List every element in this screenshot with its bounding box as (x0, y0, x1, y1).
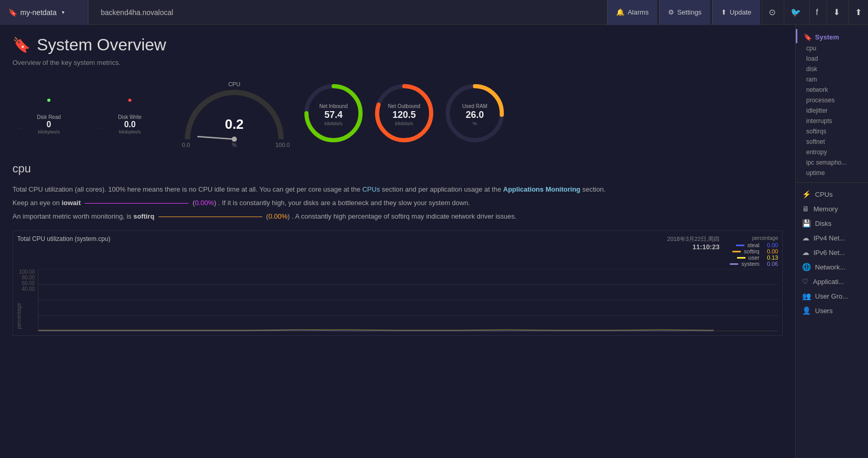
sidebar-items: cpuloaddiskramnetworkprocessesidlejitter… (796, 43, 868, 178)
chart-legend: percentage steal 0.00 softirq 0.00 user … (730, 235, 778, 267)
svg-text:0: 0 (47, 120, 51, 129)
group-label: Memory (813, 205, 838, 213)
svg-text:kilobytes/s: kilobytes/s (119, 129, 141, 134)
group-icon: ☁ (802, 248, 809, 257)
sidebar-group-ipv4-net---[interactable]: ☁ IPv4 Net... (796, 231, 868, 245)
bookmark-sidebar-icon: 🔖 (804, 33, 812, 41)
sidebar-item-idlejitter[interactable]: idlejitter (796, 105, 868, 116)
download-button[interactable]: ⬇ (826, 0, 846, 25)
settings-button[interactable]: ⚙ Settings (659, 0, 710, 25)
navbar-actions: 🔔 Alarms ⚙ Settings ⬆ Update ⊙ 🐦 f ⬇ ⬆ (607, 0, 868, 25)
sidebar-group-network---[interactable]: 🌐 Network... (796, 260, 868, 274)
svg-text:0.0: 0.0 (182, 142, 190, 148)
svg-text:0.2: 0.2 (225, 116, 244, 132)
chart-timestamp: 2018年3月22日,周四 11:10:23 (667, 235, 719, 251)
layout: 🔖 System Overview Overview of the key sy… (0, 25, 868, 346)
sidebar-item-entropy[interactable]: entropy (796, 147, 868, 157)
sidebar-item-network[interactable]: network (796, 85, 868, 95)
sidebar-item-cpu[interactable]: cpu (796, 43, 868, 53)
legend-color-swatch (730, 263, 738, 265)
sidebar-item-softnet[interactable]: softnet (796, 137, 868, 147)
upload-icon: ⬆ (855, 7, 862, 17)
brand-dropdown[interactable]: 🔖 my-netdata ▾ (0, 0, 88, 25)
sidebar-group-ipv6-net---[interactable]: ☁ IPv6 Net... (796, 245, 868, 260)
upload-button[interactable]: ⬆ (848, 0, 868, 25)
legend-name: softirq (744, 248, 759, 254)
group-icon: 💾 (802, 219, 811, 227)
svg-text:kilobytes/s: kilobytes/s (38, 129, 60, 134)
sidebar-system-header[interactable]: 🔖 System (796, 29, 868, 43)
legend-value: 0.00 (763, 248, 778, 254)
group-label: CPUs (815, 191, 833, 198)
sidebar-group-users[interactable]: 👤 Users (796, 303, 868, 318)
group-icon: ♡ (802, 277, 809, 286)
sidebar-item-ipc-semapho---[interactable]: ipc semapho... (796, 157, 868, 168)
net-inbound-gauge[interactable]: Net Inbound 57.4 kilobits/s (302, 79, 365, 147)
sidebar-item-ram[interactable]: ram (796, 74, 868, 85)
legend-color-swatch (732, 251, 741, 252)
cpu-section: cpu Total CPU utilization (all cores). 1… (12, 162, 783, 336)
iowait-keyword: iowait (62, 199, 81, 207)
used-ram-gauge[interactable]: Used RAM 26.0 % (444, 79, 506, 147)
cpus-link[interactable]: CPUs (362, 185, 380, 193)
net-outbound-gauge[interactable]: Net Outbound 120.5 kilobits/s (373, 79, 435, 147)
sidebar-item-softirqs[interactable]: softirqs (796, 126, 868, 137)
svg-text:Disk Write: Disk Write (118, 114, 142, 120)
svg-text:%: % (473, 121, 477, 126)
alarms-button[interactable]: 🔔 Alarms (607, 0, 657, 25)
update-button[interactable]: ⬆ Update (712, 0, 760, 25)
svg-text:Net Inbound: Net Inbound (319, 103, 348, 109)
legend-value: 0.00 (763, 242, 778, 248)
main-content: 🔖 System Overview Overview of the key sy… (0, 25, 795, 346)
sidebar-item-uptime[interactable]: uptime (796, 168, 868, 178)
sidebar-item-processes[interactable]: processes (796, 95, 868, 105)
group-label: User Gro... (815, 292, 848, 300)
dropdown-arrow: ▾ (62, 9, 64, 15)
group-icon: 🖥 (802, 205, 809, 213)
sidebar-group-cpus[interactable]: ⚡ CPUs (796, 187, 868, 201)
bell-icon: 🔔 (616, 8, 624, 16)
cpu-gauge[interactable]: CPU 0.2 0.0 100.0 % (175, 77, 294, 150)
legend-color-swatch (736, 245, 744, 246)
svg-text:Used RAM: Used RAM (462, 103, 487, 109)
page-title: System Overview (37, 35, 166, 55)
legend-header: percentage (730, 235, 778, 241)
disk-read-gauge[interactable]: Disk Read 0 kilobytes/s (12, 90, 85, 137)
app-monitoring-link[interactable]: Applications Monitoring (503, 185, 581, 193)
svg-point-9 (128, 99, 131, 102)
sidebar-group-user-gro---[interactable]: 👥 User Gro... (796, 289, 868, 303)
sidebar-group-memory[interactable]: 🖥 Memory (796, 201, 868, 216)
sidebar-group-applicati---[interactable]: ♡ Applicati... (796, 274, 868, 289)
cpu-description: Total CPU utilization (all cores). 100% … (12, 184, 783, 222)
svg-text:57.4: 57.4 (324, 110, 342, 120)
iowait-prefix: Keep an eye on (12, 199, 60, 207)
github-icon: ⊙ (769, 7, 776, 17)
sidebar-item-disk[interactable]: disk (796, 64, 868, 74)
sidebar-item-load[interactable]: load (796, 53, 868, 64)
chart-y-axis: 100.00 80.00 60.00 40.00 (17, 269, 38, 292)
bookmark-icon: 🔖 (8, 8, 17, 17)
svg-text:100.0: 100.0 (275, 142, 290, 148)
group-label: IPv4 Net... (813, 234, 845, 242)
legend-value: 0.13 (763, 254, 778, 261)
legend-name: system (741, 261, 759, 267)
disk-write-gauge[interactable]: Disk Write 0.0 kilobytes/s (94, 90, 166, 137)
gear-icon: ⚙ (668, 8, 674, 16)
sidebar-group-disks[interactable]: 💾 Disks (796, 216, 868, 231)
github-button[interactable]: ⊙ (762, 0, 782, 25)
softirq-prefix: An important metric worth monitoring, is (12, 212, 131, 220)
group-label: Network... (815, 263, 846, 271)
iowait-value: 0.00% (195, 199, 214, 207)
legend-item: softirq 0.00 (730, 248, 778, 254)
svg-text:0.0: 0.0 (124, 120, 136, 129)
page-bookmark-icon: 🔖 (12, 36, 31, 53)
chart-y-axis-container: percentage 100.00 80.00 60.00 40.00 (17, 269, 38, 331)
legend-color-swatch (737, 257, 745, 259)
legend-value: 0.06 (763, 261, 778, 267)
facebook-button[interactable]: f (809, 0, 824, 25)
cpu-chart[interactable]: Total CPU utilization (system.cpu) 2018年… (12, 231, 783, 336)
twitter-button[interactable]: 🐦 (784, 0, 807, 25)
sidebar-groups: ⚡ CPUs 🖥 Memory 💾 Disks ☁ IPv4 Net... ☁ … (796, 187, 868, 318)
legend-item: system 0.06 (730, 261, 778, 267)
sidebar-item-interrupts[interactable]: interrupts (796, 116, 868, 126)
